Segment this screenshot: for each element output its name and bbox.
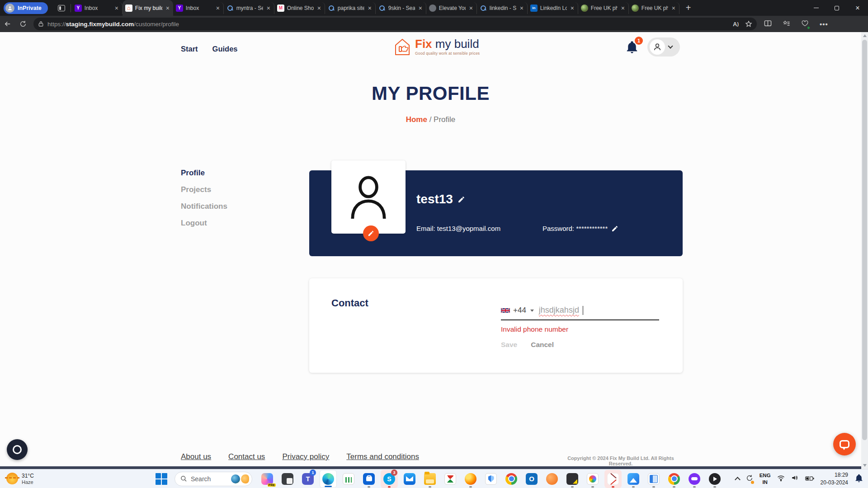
cancel-button[interactable]: Cancel [531, 341, 554, 349]
save-button[interactable]: Save [501, 341, 517, 349]
chrome-2-taskbar-icon[interactable] [665, 470, 683, 488]
teams-taskbar-icon[interactable]: T1 [299, 470, 316, 488]
tab[interactable]: myntra - Sea× [224, 2, 274, 14]
tab-close-icon[interactable]: × [570, 5, 575, 11]
mail-taskbar-icon[interactable] [401, 470, 418, 488]
read-aloud-icon[interactable]: A) [733, 21, 739, 28]
wifi-icon[interactable] [777, 475, 785, 483]
footer-link-privacy-policy[interactable]: Privacy policy [282, 452, 329, 461]
start-button[interactable] [156, 473, 167, 485]
tab-close-icon[interactable]: × [418, 5, 423, 11]
account-menu[interactable] [647, 38, 680, 56]
sticky-notes-taskbar-icon[interactable] [564, 470, 581, 488]
skype-taskbar-icon[interactable]: S3 [381, 470, 398, 488]
back-button[interactable] [0, 20, 15, 28]
sidebar-item-notifications[interactable]: Notifications [181, 202, 227, 211]
cookie-widget[interactable] [7, 439, 28, 460]
media-player-taskbar-icon[interactable] [706, 470, 723, 488]
copilot-taskbar-icon[interactable]: PRE [259, 470, 276, 488]
dial-code-caret-icon[interactable] [530, 310, 534, 312]
paint-taskbar-icon[interactable] [584, 470, 601, 488]
tab-workspaces-icon[interactable] [58, 5, 65, 11]
tray-notification-bell-icon[interactable] [854, 474, 863, 484]
taskbar-search[interactable]: Search [175, 472, 252, 486]
phone-field[interactable]: +44 jhsdjkahsjd [501, 305, 583, 315]
sync-status-icon[interactable] [746, 474, 753, 483]
tab-close-icon[interactable]: × [671, 5, 676, 11]
footer-link-about-us[interactable]: About us [181, 452, 211, 461]
minimize-button[interactable] [806, 0, 826, 16]
tab[interactable]: MOnline Shop× [274, 2, 325, 14]
tab[interactable]: paprika site× [325, 2, 376, 14]
footer-link-contact-us[interactable]: Contact us [228, 452, 265, 461]
defender-taskbar-icon[interactable] [482, 470, 500, 488]
site-logo[interactable]: Fix my build Good quality work at sensib… [393, 38, 480, 56]
weather-widget[interactable]: 31°C Haze [6, 473, 61, 484]
file-explorer-taskbar-icon[interactable] [421, 470, 439, 488]
close-button[interactable]: × [847, 0, 868, 16]
favorites-star-icon[interactable] [745, 20, 752, 28]
sidebar-item-logout[interactable]: Logout [181, 219, 227, 228]
address-bar[interactable]: https://staging.fixmybuild.com/customer/… [33, 18, 757, 30]
reader-taskbar-icon[interactable] [645, 470, 662, 488]
nav-guides-link[interactable]: Guides [212, 45, 238, 53]
tab-close-icon[interactable]: × [165, 5, 170, 11]
edit-photo-button[interactable] [363, 225, 379, 241]
chrome-taskbar-icon[interactable] [503, 470, 520, 488]
tray-chevron-up-icon[interactable] [735, 477, 741, 483]
edge-taskbar-icon[interactable] [320, 470, 337, 488]
language-indicator[interactable]: ENGIN [760, 472, 771, 485]
photos-taskbar-icon[interactable] [625, 470, 642, 488]
sidebar-item-projects[interactable]: Projects [181, 185, 227, 194]
sidebar-item-profile[interactable]: Profile [181, 169, 227, 178]
tab[interactable]: YInbox× [173, 2, 224, 14]
chat-widget-button[interactable] [833, 433, 856, 455]
tab-close-icon[interactable]: × [468, 5, 474, 11]
task-view-taskbar-icon[interactable] [279, 470, 296, 488]
nav-start-link[interactable]: Start [181, 45, 198, 53]
tab[interactable]: linkedin - S× [477, 2, 528, 14]
browser-essentials-icon[interactable] [801, 20, 809, 28]
edit-username-icon[interactable] [458, 196, 465, 203]
scroll-down-icon[interactable] [863, 464, 867, 467]
phone-input-value[interactable]: jhsdjkahsjd [539, 305, 579, 315]
footer-link-terms-and-conditions[interactable]: Terms and conditions [346, 452, 419, 461]
tab-close-icon[interactable]: × [519, 5, 524, 11]
breadcrumb-home-link[interactable]: Home [406, 115, 427, 124]
store-taskbar-icon[interactable] [360, 470, 377, 488]
orange-app-taskbar-icon[interactable] [543, 470, 561, 488]
snipping-tool-taskbar-icon[interactable] [604, 470, 622, 488]
tab[interactable]: Free UK ph× [629, 2, 679, 14]
tab-close-icon[interactable]: × [266, 5, 271, 11]
tab[interactable]: 9skin - Sear× [376, 2, 426, 14]
scroll-up-icon[interactable] [863, 34, 867, 37]
dial-code[interactable]: +44 [513, 306, 526, 315]
page-scrollbar[interactable] [861, 32, 868, 469]
outlook-taskbar-icon[interactable]: O [523, 470, 540, 488]
restore-button[interactable] [826, 0, 847, 16]
tab-close-icon[interactable]: × [114, 5, 119, 11]
edit-password-icon[interactable] [611, 225, 618, 232]
taskbar-clock[interactable]: 18:29 20-03-2024 [821, 471, 848, 486]
collections-icon[interactable] [783, 20, 790, 28]
battery-icon[interactable] [805, 475, 814, 483]
tab[interactable]: inLinkedIn Lo× [528, 2, 578, 14]
split-screen-icon[interactable] [764, 20, 772, 28]
mask-app-taskbar-icon[interactable] [686, 470, 703, 488]
tab-active[interactable]: ⌂Fix my build× [123, 0, 173, 16]
scrollbar-thumb[interactable] [862, 40, 867, 440]
tab[interactable]: Free UK ph× [578, 2, 629, 14]
tab-close-icon[interactable]: × [367, 5, 373, 11]
notification-bell[interactable]: 1 [625, 40, 639, 56]
tab[interactable]: Elevate Your× [426, 2, 477, 14]
tab[interactable]: YInbox× [72, 2, 123, 14]
easel-taskbar-icon[interactable] [442, 470, 459, 488]
refresh-button[interactable] [15, 20, 31, 28]
volume-icon[interactable] [791, 474, 799, 483]
tab-close-icon[interactable]: × [316, 5, 322, 11]
journal-taskbar-icon[interactable] [340, 470, 357, 488]
tab-close-icon[interactable]: × [215, 5, 221, 11]
firefox-taskbar-icon[interactable] [462, 470, 479, 488]
settings-menu-icon[interactable]: ••• [820, 20, 828, 28]
new-tab-button[interactable]: + [679, 3, 698, 13]
